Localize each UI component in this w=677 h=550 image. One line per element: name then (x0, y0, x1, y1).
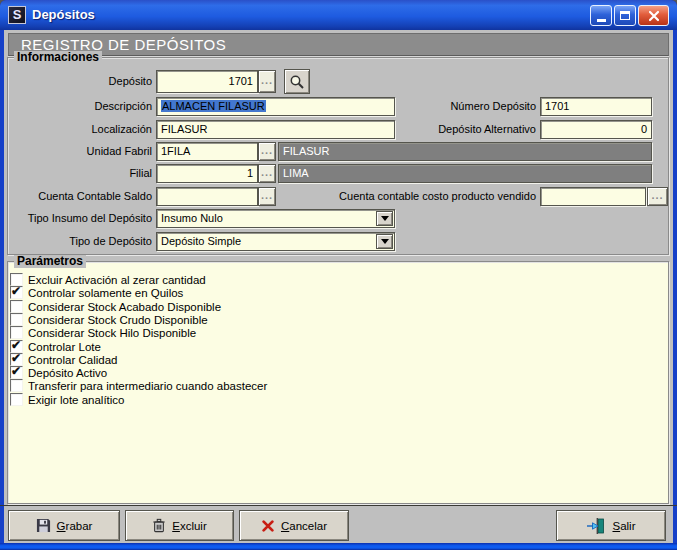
checkbox-stock-hilo[interactable]: Considerar Stock Hilo Disponible (10, 326, 196, 339)
checkbox-controlar-quilos[interactable]: Controlar solamente en Quilos (10, 286, 183, 299)
checkbox-box[interactable] (10, 313, 23, 326)
chevron-down-icon (381, 216, 389, 221)
localizacion-label: Localización (0, 120, 152, 139)
unidad-fabril-display: FILASUR (278, 142, 652, 161)
checkbox-label: Excluir Activación al zerar cantidad (28, 274, 206, 286)
app-logo-icon: S (8, 6, 26, 24)
checkbox-label: Controlar Lote (28, 341, 101, 353)
numero-deposito-label: Número Depósito (400, 97, 536, 116)
filial-input[interactable]: 1 (156, 164, 258, 183)
deposito-alternativo-input[interactable]: 0 (540, 120, 652, 139)
checkbox-box[interactable] (10, 366, 23, 379)
checkbox-label: Considerar Stock Hilo Disponible (28, 327, 196, 339)
chevron-down-icon (381, 239, 389, 244)
checkbox-label: Depósito Activo (28, 367, 107, 379)
tipo-deposito-select[interactable]: Depósito Simple (156, 232, 395, 251)
close-icon (648, 10, 660, 22)
trash-icon (152, 518, 166, 533)
localizacion-input[interactable]: FILASUR (156, 120, 395, 139)
cuenta-contable-costo-input[interactable] (540, 187, 646, 206)
grabar-button[interactable]: Grabar (8, 510, 120, 541)
deposito-input[interactable]: 1701 (156, 70, 258, 93)
unidad-fabril-label: Unidad Fabril (0, 142, 152, 161)
unidad-fabril-ellipsis-button[interactable]: ... (258, 142, 276, 161)
checkbox-transferir-intermediario[interactable]: Transferir para intermediario cuando aba… (10, 379, 267, 392)
window-title: Depósitos (32, 0, 95, 30)
cuenta-contable-costo-ellipsis-button[interactable]: ... (647, 187, 668, 206)
checkbox-excluir-activacion[interactable]: Excluir Activación al zerar cantidad (10, 273, 206, 286)
cuenta-contable-saldo-label: Cuenta Contable Saldo (0, 187, 152, 206)
excluir-label: Excluir (172, 520, 207, 532)
cancelar-button[interactable]: Cancelar (239, 510, 349, 541)
checkbox-label: Controlar Calidad (28, 354, 118, 366)
checkbox-exigir-lote[interactable]: Exigir lote analítico (10, 393, 125, 406)
window-bottom-border (0, 543, 677, 550)
checkbox-box[interactable] (10, 379, 23, 392)
group-informaciones-label: Informaciones (14, 51, 102, 64)
cancel-x-icon (261, 519, 275, 533)
numero-deposito-input[interactable]: 1701 (540, 97, 652, 116)
checkbox-label: Considerar Stock Acabado Disponible (28, 301, 221, 313)
checkbox-label: Transferir para intermediario cuando aba… (28, 380, 267, 392)
tipo-insumo-value: Insumo Nulo (161, 212, 223, 224)
cuenta-contable-saldo-input[interactable] (156, 187, 258, 206)
divider (0, 505, 677, 506)
salir-button[interactable]: Salir (556, 510, 666, 541)
search-button[interactable] (284, 69, 310, 94)
selected-text: ALMACEN FILASUR (161, 100, 266, 112)
checkbox-label: Controlar solamente en Quilos (28, 287, 183, 299)
group-parametros-label: Parámetros (14, 255, 86, 268)
checkbox-box[interactable] (10, 393, 23, 406)
checkbox-box[interactable] (10, 286, 23, 299)
checkbox-stock-crudo[interactable]: Considerar Stock Crudo Disponible (10, 313, 208, 326)
exit-door-icon (586, 518, 606, 534)
page-title: REGISTRO DE DEPÓSITOS (8, 33, 669, 56)
checkbox-controlar-calidad[interactable]: Controlar Calidad (10, 353, 118, 366)
checkbox-label: Considerar Stock Crudo Disponible (28, 314, 208, 326)
checkbox-stock-acabado[interactable]: Considerar Stock Acabado Disponible (10, 300, 221, 313)
cancelar-label: Cancelar (281, 520, 327, 532)
cuenta-contable-saldo-ellipsis-button[interactable]: ... (258, 187, 276, 206)
filial-ellipsis-button[interactable]: ... (258, 164, 276, 183)
deposito-label: Depósito (0, 72, 152, 91)
descripcion-label: Descripción (0, 97, 152, 116)
app-window: S Depósitos REGISTRO DE DEPÓSITOS Inform… (0, 0, 677, 550)
tipo-deposito-dropdown-button[interactable] (376, 234, 393, 249)
tipo-deposito-label: Tipo de Depósito (0, 232, 152, 251)
checkbox-deposito-activo[interactable]: Depósito Activo (10, 366, 107, 379)
filial-label: Filial (0, 164, 152, 183)
titlebar[interactable]: S Depósitos (0, 0, 677, 30)
salir-label: Salir (612, 520, 635, 532)
tipo-insumo-select[interactable]: Insumo Nulo (156, 209, 395, 228)
checkbox-controlar-lote[interactable]: Controlar Lote (10, 340, 101, 353)
filial-display: LIMA (278, 164, 652, 183)
deposito-alternativo-label: Depósito Alternativo (400, 120, 536, 139)
checkbox-box[interactable] (10, 300, 23, 313)
tipo-deposito-value: Depósito Simple (161, 235, 241, 247)
close-button[interactable] (638, 5, 669, 26)
deposito-lookup-ellipsis-button[interactable]: ... (258, 70, 276, 93)
unidad-fabril-input[interactable]: 1FILA (156, 142, 258, 161)
minimize-button[interactable] (590, 5, 612, 26)
tipo-insumo-label: Tipo Insumo del Depósito (0, 209, 152, 228)
minimize-icon (597, 19, 606, 22)
maximize-icon (620, 11, 630, 20)
save-icon (36, 518, 51, 533)
grabar-label: Grabar (57, 520, 93, 532)
cuenta-contable-costo-label: Cuenta contable costo producto vendido (280, 187, 536, 206)
tipo-insumo-dropdown-button[interactable] (376, 211, 393, 226)
search-icon (289, 74, 305, 90)
maximize-button[interactable] (614, 5, 636, 26)
descripcion-input[interactable]: ALMACEN FILASUR (156, 97, 395, 116)
checkbox-label: Exigir lote analítico (28, 394, 125, 406)
excluir-button[interactable]: Excluir (125, 510, 234, 541)
